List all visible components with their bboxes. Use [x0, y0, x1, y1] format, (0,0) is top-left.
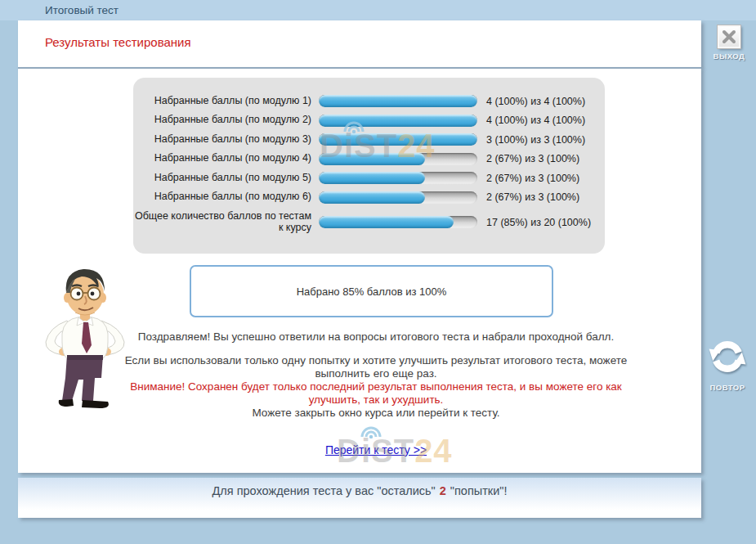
total-score-box: Набрано 85% баллов из 100% [190, 265, 553, 317]
repeat-icon[interactable] [703, 337, 752, 380]
total-score-text: Набрано 85% баллов из 100% [297, 285, 447, 298]
score-rows: Набранные баллы (по модулю 1) 4 (100%) и… [133, 92, 605, 237]
score-row-label: Набранные баллы (по модулю 3) [133, 134, 319, 146]
score-row-label: Набранные баллы (по модулю 6) [133, 191, 319, 203]
close-icon[interactable] [718, 25, 740, 48]
result-messages: Поздравляем! Вы успешно ответили на вопр… [114, 330, 637, 457]
score-row-label: Набранные баллы (по модулю 1) [133, 96, 319, 107]
progress-bar-track [319, 172, 477, 184]
message-retry-info: Если вы использовали только одну попытку… [114, 354, 637, 380]
progress-bar-track [319, 216, 477, 228]
progress-bar-fill [319, 153, 425, 165]
repeat-button-label: ПОВТОР [703, 383, 752, 392]
score-row-value: 2 (67%) из 3 (100%) [477, 191, 579, 203]
score-row: Набранные баллы (по модулю 3) 3 (100%) и… [133, 130, 605, 150]
message-close-info: Можете закрыть окно курса или перейти к … [114, 407, 637, 420]
progress-bar-fill [319, 133, 477, 146]
attempts-count: 2 [440, 484, 446, 497]
progress-bar-fill [319, 191, 425, 204]
window-title-bar: Итоговый тест [0, 0, 756, 20]
exit-button[interactable]: ВЫХОД [705, 25, 754, 61]
score-row-value: 17 (85%) из 20 (100%) [477, 217, 591, 228]
score-row-value: 4 (100%) из 4 (100%) [477, 115, 585, 126]
attempts-bar: Для прохождения теста у вас "остались"2"… [18, 478, 701, 518]
window-title: Итоговый тест [45, 4, 119, 16]
results-header-card: Результаты тестирования [18, 20, 701, 67]
progress-bar-track [319, 115, 477, 127]
score-row: Набранные баллы (по модулю 5) 2 (67%) из… [133, 169, 605, 188]
score-row: Набранные баллы (по модулю 2) 4 (100%) и… [133, 111, 605, 131]
progress-bar-fill [319, 172, 425, 184]
goto-link-wrap: Перейти к тесту >> [114, 443, 637, 457]
score-row: Набранные баллы (по модулю 1) 4 (100%) и… [133, 92, 605, 111]
message-congrats: Поздравляем! Вы успешно ответили на вопр… [114, 330, 637, 344]
score-row: Набранные баллы (по модулю 6) 2 (67%) из… [133, 188, 605, 208]
attempts-text-suffix: "попытки"! [450, 484, 508, 497]
score-row-value: 4 (100%) из 4 (100%) [477, 96, 585, 107]
score-row-value: 2 (67%) из 3 (100%) [477, 173, 579, 184]
exit-button-label: ВЫХОД [705, 52, 754, 61]
main-content-panel: Набранные баллы (по модулю 1) 4 (100%) и… [18, 67, 701, 473]
score-row: Набранные баллы (по модулю 4) 2 (67%) из… [133, 150, 605, 169]
progress-bar-track [319, 95, 477, 107]
module-scores-panel: Набранные баллы (по модулю 1) 4 (100%) и… [133, 78, 605, 254]
goto-test-link[interactable]: Перейти к тесту >> [325, 443, 427, 456]
score-row: Общее количество баллов по тестам к курс… [133, 207, 605, 237]
repeat-button[interactable]: ПОВТОР [703, 337, 752, 392]
progress-bar-fill [319, 115, 477, 127]
progress-bar-track [319, 133, 477, 146]
score-row-label: Набранные баллы (по модулю 2) [133, 115, 319, 126]
progress-bar-track [319, 191, 477, 204]
page-title: Результаты тестирования [45, 35, 191, 49]
progress-bar-fill [319, 216, 454, 228]
message-warning: Внимание! Сохранен будет только последни… [114, 380, 637, 407]
attempts-text-prefix: Для прохождения теста у вас "остались" [212, 484, 436, 497]
score-row-label: Набранные баллы (по модулю 4) [133, 153, 319, 164]
score-row-value: 3 (100%) из 3 (100%) [477, 134, 585, 146]
progress-bar-track [319, 153, 477, 165]
progress-bar-fill [319, 95, 477, 107]
score-row-label: Набранные баллы (по модулю 5) [133, 173, 319, 184]
score-row-value: 2 (67%) из 3 (100%) [477, 153, 579, 164]
score-row-label: Общее количество баллов по тестам к курс… [133, 211, 319, 234]
